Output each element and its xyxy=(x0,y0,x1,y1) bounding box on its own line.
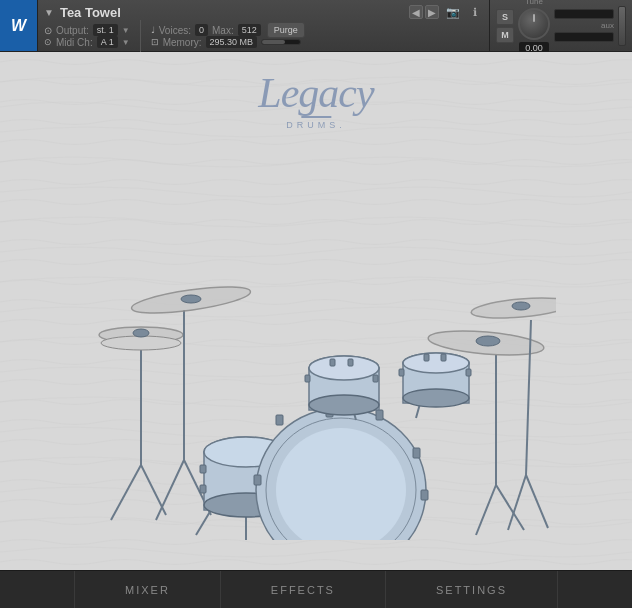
info-icon[interactable]: ℹ xyxy=(467,4,483,20)
legacy-logo: Legacy DRUMS. xyxy=(258,72,373,130)
collapse-arrow-icon[interactable]: ▼ xyxy=(44,7,54,18)
midi-dropdown-icon[interactable]: ▼ xyxy=(122,38,130,47)
midi-value[interactable]: A 1 xyxy=(97,36,118,48)
svg-rect-61 xyxy=(399,369,404,376)
drum-kit-illustration[interactable]: .drum { fill: #b8c8d8; stroke: #6a7a8a; … xyxy=(76,200,556,540)
midi-label: Midi Ch: xyxy=(56,37,93,48)
instrument-name: Tea Towel xyxy=(60,5,403,20)
midi-row: ⊙ Midi Ch: A 1 ▼ xyxy=(44,36,130,48)
tab-effects[interactable]: EFFECTS xyxy=(221,571,386,608)
svg-rect-41 xyxy=(413,448,420,458)
svg-rect-42 xyxy=(421,490,428,500)
tune-section: Tune 0.00 xyxy=(518,0,550,54)
tab-mixer[interactable]: MIXER xyxy=(74,571,221,608)
top-bar: W ▼ Tea Towel ◀ ▶ 📷 ℹ ⊙ Output: st. 1 ▼ … xyxy=(0,0,632,52)
aux-label: aux xyxy=(601,21,614,30)
tune-knob[interactable] xyxy=(518,8,550,40)
tune-bar-bottom xyxy=(554,32,614,42)
svg-line-65 xyxy=(476,485,496,535)
legacy-text: Legacy xyxy=(258,72,373,114)
right-controls: S M Tune 0.00 aux xyxy=(489,0,632,51)
tune-bar-top xyxy=(554,9,614,19)
svg-rect-52 xyxy=(305,375,310,382)
bottom-nav: MIXER EFFECTS SETTINGS xyxy=(0,570,632,608)
svg-point-69 xyxy=(476,336,500,346)
s-button[interactable]: S xyxy=(496,9,514,25)
svg-line-7 xyxy=(156,460,184,520)
legacy-underline xyxy=(301,116,331,118)
legacy-drums-text: DRUMS. xyxy=(258,120,373,130)
tune-label: Tune xyxy=(525,0,543,6)
svg-point-6 xyxy=(133,329,149,337)
svg-rect-19 xyxy=(200,465,206,473)
tab-settings[interactable]: SETTINGS xyxy=(386,571,558,608)
w-logo[interactable]: W xyxy=(0,0,38,51)
svg-rect-40 xyxy=(376,410,383,420)
svg-line-12 xyxy=(196,510,211,535)
svg-rect-53 xyxy=(330,359,335,366)
svg-line-1 xyxy=(111,465,141,520)
next-instrument-button[interactable]: ▶ xyxy=(425,5,439,19)
svg-rect-55 xyxy=(373,375,378,382)
svg-point-5 xyxy=(101,336,181,350)
prev-instrument-button[interactable]: ◀ xyxy=(409,5,423,19)
memory-row: ⊡ Memory: 295.30 MB xyxy=(151,36,301,48)
m-button[interactable]: M xyxy=(496,27,514,43)
pv-slider[interactable] xyxy=(618,6,626,46)
svg-line-71 xyxy=(526,475,548,528)
instrument-section: ▼ Tea Towel ◀ ▶ 📷 ℹ ⊙ Output: st. 1 ▼ ♩ … xyxy=(38,0,489,51)
svg-point-51 xyxy=(309,356,379,380)
svg-point-50 xyxy=(309,395,379,415)
svg-rect-21 xyxy=(200,485,206,493)
svg-point-11 xyxy=(181,295,201,303)
svg-point-59 xyxy=(403,389,469,407)
main-content: Legacy DRUMS. .drum { fill: #b8c8d8; str… xyxy=(0,52,632,570)
svg-rect-38 xyxy=(276,415,283,425)
nav-arrows: ◀ ▶ xyxy=(409,5,439,19)
svg-rect-62 xyxy=(424,354,429,361)
memory-label: Memory: xyxy=(163,37,202,48)
svg-point-60 xyxy=(403,353,469,373)
svg-line-70 xyxy=(508,475,526,530)
svg-rect-37 xyxy=(254,475,261,485)
memory-value: 295.30 MB xyxy=(206,36,258,48)
svg-rect-54 xyxy=(348,359,353,366)
svg-rect-64 xyxy=(466,369,471,376)
memory-slider xyxy=(261,39,301,45)
svg-point-74 xyxy=(512,302,530,310)
camera-icon[interactable]: 📷 xyxy=(445,4,461,20)
svg-rect-63 xyxy=(441,354,446,361)
separator2 xyxy=(140,32,141,52)
